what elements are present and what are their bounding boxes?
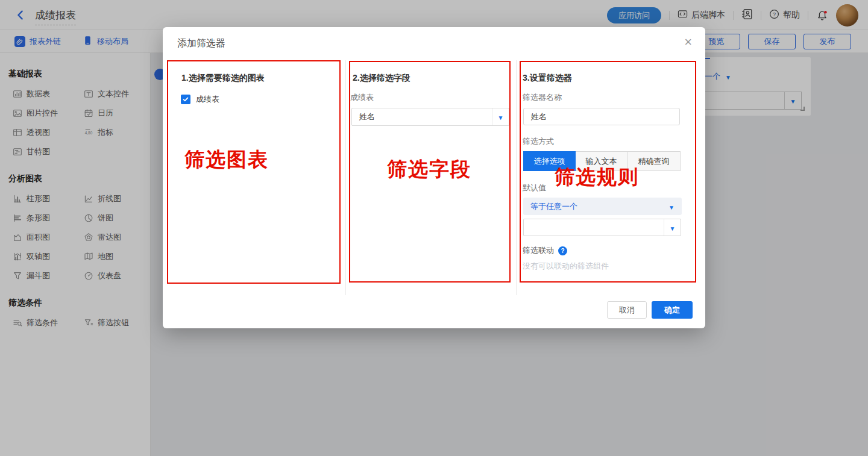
tab-select-options[interactable]: 选择选项 [523, 151, 576, 171]
column-divider [345, 60, 346, 295]
help-question-icon[interactable] [558, 246, 567, 255]
field-select[interactable]: 姓名 [351, 108, 509, 126]
filter-mode-label: 筛选方式 [523, 136, 554, 147]
chart-checkbox-row[interactable]: 成绩表 [181, 94, 219, 105]
filter-name-input[interactable]: 姓名 [523, 108, 680, 125]
filter-linkage-label: 筛选联动 [523, 245, 554, 256]
chart-option-label: 成绩表 [196, 94, 219, 105]
step2-heading: 2.选择筛选字段 [353, 73, 410, 84]
default-operator-dropdown[interactable]: 等于任意一个 [523, 198, 682, 215]
default-value-label: 默认值 [523, 183, 546, 193]
filter-mode-tabs: 选择选项 输入文本 精确查询 [523, 151, 681, 171]
chevron-down-icon [664, 219, 681, 236]
filter-linkage-row: 筛选联动 [523, 245, 567, 256]
step1-heading: 1.选择需要筛选的图表 [181, 73, 265, 84]
tab-exact-query[interactable]: 精确查询 [627, 151, 681, 171]
close-icon[interactable] [684, 36, 692, 49]
chevron-down-icon [492, 108, 509, 125]
confirm-button[interactable]: 确定 [652, 301, 693, 319]
step3-heading: 3.设置筛选器 [523, 73, 572, 84]
cancel-button[interactable]: 取消 [607, 301, 647, 319]
filter-name-label: 筛选器名称 [523, 92, 562, 103]
default-value-select[interactable] [523, 219, 681, 236]
column-divider [516, 60, 517, 295]
linkage-empty-text: 没有可以联动的筛选组件 [523, 261, 609, 272]
chevron-down-icon [668, 201, 682, 212]
checkbox-checked-icon[interactable] [181, 95, 190, 104]
dialog-title: 添加筛选器 [177, 37, 225, 50]
tab-input-text[interactable]: 输入文本 [576, 151, 627, 171]
dataset-label: 成绩表 [350, 92, 374, 103]
add-filter-dialog: 添加筛选器 1.选择需要筛选的图表 成绩表 2.选择筛选字段 成绩表 姓名 3.… [163, 27, 705, 328]
